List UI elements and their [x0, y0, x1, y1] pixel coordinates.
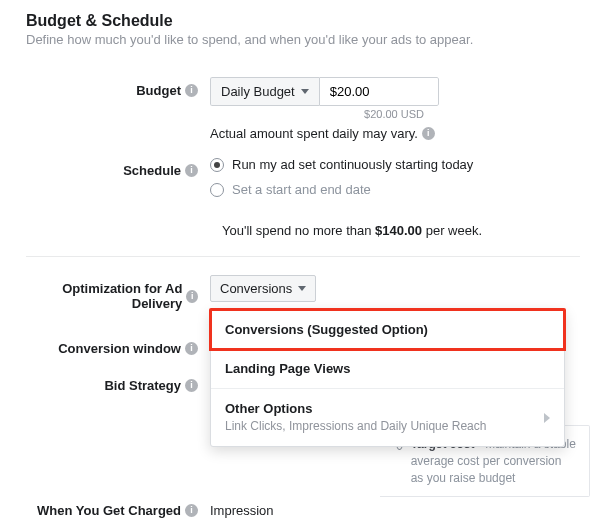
- schedule-option-label: Set a start and end date: [232, 182, 371, 197]
- optimization-selected: Conversions: [220, 281, 292, 296]
- schedule-label: Schedule: [123, 163, 181, 178]
- optimization-label: Optimization for Ad Delivery: [26, 281, 182, 311]
- budget-usd-note: $20.00 USD: [334, 108, 454, 120]
- info-icon[interactable]: i: [185, 84, 198, 97]
- spend-summary: You'll spend no more than $140.00 per we…: [222, 223, 580, 238]
- budget-amount-input[interactable]: [319, 77, 439, 106]
- info-icon[interactable]: i: [185, 379, 198, 392]
- dropdown-option-title: Other Options: [225, 401, 486, 416]
- conversion-window-label: Conversion window: [58, 341, 181, 356]
- divider: [26, 256, 580, 257]
- chevron-down-icon: [301, 89, 309, 94]
- dropdown-option-subtitle: Link Clicks, Impressions and Daily Uniqu…: [225, 418, 486, 434]
- optimization-select[interactable]: Conversions: [210, 275, 316, 302]
- dropdown-option-title: Landing Page Views: [225, 361, 550, 376]
- dropdown-option-title: Conversions (Suggested Option): [225, 322, 550, 337]
- budget-type-label: Daily Budget: [221, 84, 295, 99]
- budget-vary-note: Actual amount spent daily may vary.: [210, 126, 418, 141]
- bid-strategy-label: Bid Strategy: [104, 378, 181, 393]
- radio-icon: [210, 158, 224, 172]
- section-title: Budget & Schedule: [26, 12, 580, 30]
- chevron-right-icon: [544, 413, 550, 423]
- dropdown-option-conversions[interactable]: Conversions (Suggested Option): [209, 308, 566, 351]
- info-icon[interactable]: i: [185, 164, 198, 177]
- schedule-option-continuous[interactable]: Run my ad set continuously starting toda…: [210, 157, 580, 172]
- optimization-row: Optimization for Ad Delivery i Conversio…: [26, 275, 580, 311]
- dropdown-option-other[interactable]: Other Options Link Clicks, Impressions a…: [211, 389, 564, 446]
- budget-label: Budget: [136, 83, 181, 98]
- when-charged-row: When You Get Charged i Impression: [26, 497, 580, 518]
- budget-type-select[interactable]: Daily Budget: [210, 77, 319, 106]
- schedule-option-label: Run my ad set continuously starting toda…: [232, 157, 473, 172]
- schedule-row: Schedule i Run my ad set continuously st…: [26, 157, 580, 207]
- section-subtitle: Define how much you'd like to spend, and…: [26, 32, 580, 47]
- when-charged-label: When You Get Charged: [37, 503, 181, 518]
- chevron-down-icon: [298, 286, 306, 291]
- when-charged-value: Impression: [210, 503, 274, 518]
- info-icon[interactable]: i: [185, 342, 198, 355]
- info-icon[interactable]: i: [185, 504, 198, 517]
- info-icon[interactable]: i: [422, 127, 435, 140]
- info-icon[interactable]: i: [186, 290, 198, 303]
- optimization-dropdown: Conversions (Suggested Option) Landing P…: [210, 309, 565, 447]
- radio-icon: [210, 183, 224, 197]
- budget-row: Budget i Daily Budget $20.00 USD Actual …: [26, 77, 580, 141]
- schedule-option-range[interactable]: Set a start and end date: [210, 182, 580, 197]
- dropdown-option-landing-page-views[interactable]: Landing Page Views: [211, 349, 564, 389]
